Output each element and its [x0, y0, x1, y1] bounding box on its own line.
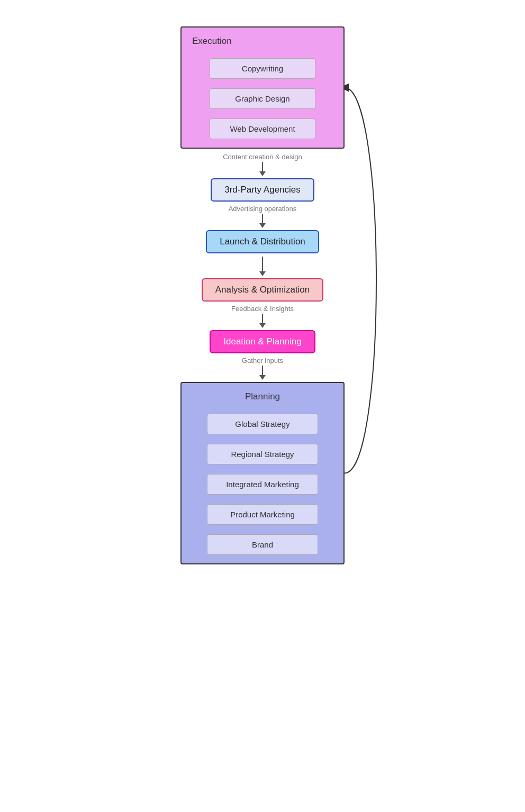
brand-item: Brand — [207, 534, 318, 555]
analysis-label: Analysis & Optimization — [215, 285, 310, 295]
copywriting-item: Copywriting — [210, 58, 315, 79]
diagram-container: Execution Copywriting Graphic Design Web… — [0, 11, 525, 580]
web-development-item: Web Development — [210, 118, 315, 139]
launch-label: Launch & Distribution — [220, 236, 305, 247]
launch-node[interactable]: Launch & Distribution — [206, 230, 319, 253]
ideation-node[interactable]: Ideation & Planning — [210, 330, 315, 353]
integrated-marketing-item: Integrated Marketing — [207, 474, 318, 495]
planning-box: Planning Global Strategy Regional Strate… — [180, 382, 345, 564]
execution-title: Execution — [190, 36, 232, 47]
arrow-gather-inputs: Gather inputs — [242, 357, 283, 380]
product-marketing-item: Product Marketing — [207, 504, 318, 525]
planning-title: Planning — [245, 391, 280, 402]
content-creation-label: Content creation & design — [223, 153, 302, 161]
feedback-label: Feedback & Insights — [231, 305, 294, 313]
regional-strategy-item: Regional Strategy — [207, 444, 318, 464]
global-strategy-item: Global Strategy — [207, 414, 318, 434]
arrow-feedback: Feedback & Insights — [231, 305, 294, 328]
gather-inputs-label: Gather inputs — [242, 357, 283, 364]
arrow-content-creation: Content creation & design — [223, 153, 302, 176]
graphic-design-item: Graphic Design — [210, 88, 315, 109]
advertising-ops-label: Advertising operations — [229, 205, 297, 213]
arrow-plain-1 — [259, 257, 266, 276]
agencies-label: 3rd-Party Agencies — [224, 185, 301, 195]
agencies-node[interactable]: 3rd-Party Agencies — [211, 178, 314, 202]
analysis-node[interactable]: Analysis & Optimization — [202, 278, 324, 302]
arrow-advertising-ops: Advertising operations — [229, 205, 297, 228]
execution-box: Execution Copywriting Graphic Design Web… — [180, 26, 345, 149]
ideation-label: Ideation & Planning — [223, 336, 301, 346]
